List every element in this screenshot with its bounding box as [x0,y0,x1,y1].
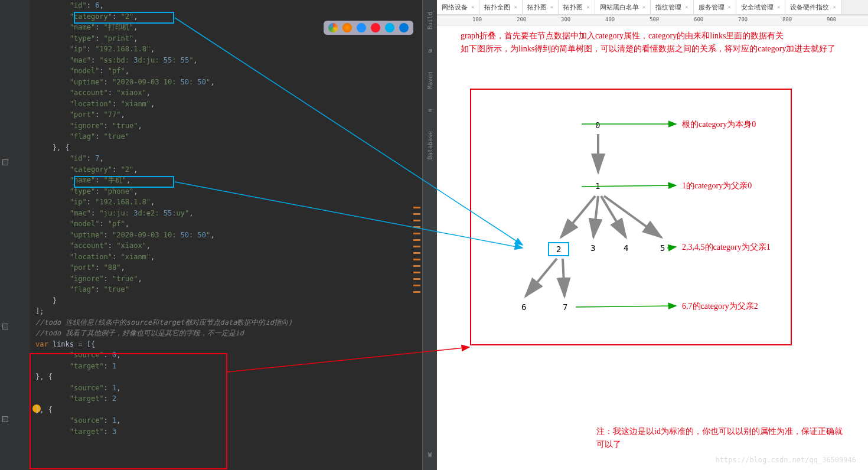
chrome-icon[interactable] [328,23,338,32]
tree-node-2-highlighted: 2 [548,242,569,256]
edge-icon[interactable] [399,23,409,32]
tab-item[interactable]: 指纹管理× [651,0,693,14]
tab-item[interactable]: 拓扑全图× [479,0,522,14]
svg-line-5 [526,259,557,296]
close-icon[interactable]: × [777,4,780,10]
highlight-category-1 [74,12,174,24]
firefox-icon[interactable] [342,23,352,32]
svg-line-2 [593,196,598,237]
note-text: 注：我这边是以id为标准的，你也可以以别的属性为准，保证正确就可以了 [596,425,850,451]
tab-item[interactable]: 设备硬件指纹× [785,0,841,14]
close-icon[interactable]: × [514,4,517,10]
ruler: 100 200 300 400 500 600 700 800 900 [437,15,868,25]
close-icon[interactable]: × [471,4,474,10]
tab-item[interactable]: 网络设备× [437,0,479,14]
ie-icon[interactable] [385,23,394,32]
watermark: https://blog.csdn.net/qq_36509946 [716,456,856,464]
close-icon[interactable]: × [728,4,731,10]
gutter [0,0,30,470]
code-editor-panel: "id": 6, "category": "2", "name": "打印机",… [0,0,437,470]
annotation-67: 6,7的category为父亲2 [682,301,758,312]
tab-item[interactable]: 安全域管理× [736,0,785,14]
tree-node-0: 0 [595,120,600,130]
tool-tab-database[interactable]: Database [427,131,433,159]
highlight-category-2 [74,176,174,188]
close-icon[interactable]: × [550,4,553,10]
close-icon[interactable]: × [685,4,688,10]
browser-tabs: 网络设备× 拓扑全图× 拓扑图× 拓扑图× 网站黑白名单× 指纹管理× 服务管理… [437,0,868,15]
opera-icon[interactable] [371,23,380,32]
document-panel: 网络设备× 拓扑全图× 拓扑图× 拓扑图× 网站黑白名单× 指纹管理× 服务管理… [437,0,868,470]
close-icon[interactable]: × [642,4,645,10]
document-body: graph折叠，首先要在节点数据中加入category属性，category的由… [461,30,856,56]
annotation-2345: 2,3,4,5的category为父亲1 [682,242,771,253]
svg-line-3 [601,196,626,237]
tab-item[interactable]: 服务管理× [694,0,736,14]
tree-node-4: 4 [624,243,628,253]
annotation-root: 根的category为本身0 [682,119,756,130]
annotation-1: 1的category为父亲0 [682,181,752,191]
fold-marker[interactable] [2,324,8,329]
tree-node-7: 7 [563,302,567,312]
svg-line-6 [563,259,564,296]
tree-node-3: 3 [590,243,595,253]
tool-tab-build[interactable]: Build [427,12,433,30]
browser-preview-icons [324,21,413,35]
svg-line-4 [604,196,661,237]
editor-minimap[interactable] [413,207,420,298]
tree-node-1: 1 [595,181,600,191]
tool-window-bar: Build m Maven ≡ Database W [422,0,437,470]
tree-node-5: 5 [660,243,665,253]
safari-icon[interactable] [357,23,366,32]
tab-item[interactable]: 网站黑白名单× [595,0,651,14]
fold-marker[interactable] [2,416,8,422]
tool-tab-maven[interactable]: Maven [427,71,433,89]
tree-node-6: 6 [521,302,526,312]
highlight-links-block [30,353,227,469]
close-icon[interactable]: × [833,4,836,10]
tab-item[interactable]: 拓扑图× [523,0,559,14]
close-icon[interactable]: × [586,4,589,10]
description-text: graph折叠，首先要在节点数据中加入category属性，category的由… [461,30,856,56]
fold-marker[interactable] [2,159,8,165]
tab-item[interactable]: 拓扑图× [559,0,595,14]
svg-line-1 [561,196,595,237]
